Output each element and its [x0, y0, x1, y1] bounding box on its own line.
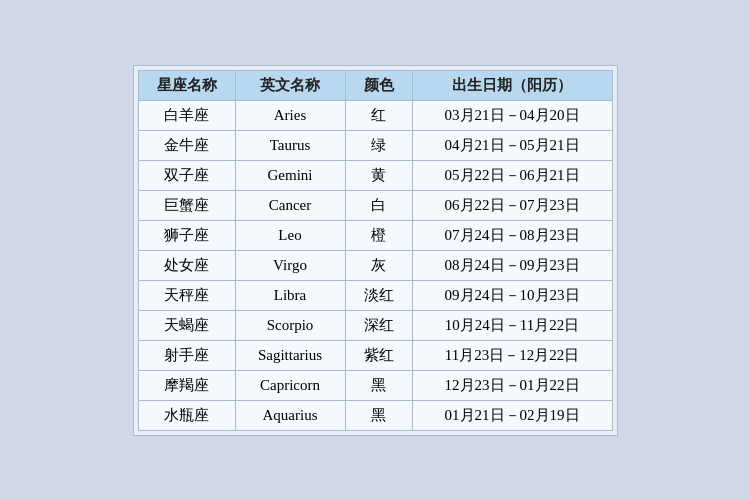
table-row: 摩羯座Capricorn黑12月23日－01月22日 — [138, 370, 612, 400]
cell-chinese: 金牛座 — [138, 130, 235, 160]
zodiac-table-container: 星座名称 英文名称 颜色 出生日期（阳历） 白羊座Aries红03月21日－04… — [133, 65, 618, 436]
cell-color: 黑 — [345, 400, 412, 430]
table-row: 双子座Gemini黄05月22日－06月21日 — [138, 160, 612, 190]
cell-date: 07月24日－08月23日 — [412, 220, 612, 250]
header-chinese: 星座名称 — [138, 70, 235, 100]
cell-date: 08月24日－09月23日 — [412, 250, 612, 280]
table-row: 狮子座Leo橙07月24日－08月23日 — [138, 220, 612, 250]
header-english: 英文名称 — [235, 70, 345, 100]
cell-date: 05月22日－06月21日 — [412, 160, 612, 190]
cell-chinese: 射手座 — [138, 340, 235, 370]
cell-date: 03月21日－04月20日 — [412, 100, 612, 130]
cell-color: 淡红 — [345, 280, 412, 310]
table-row: 白羊座Aries红03月21日－04月20日 — [138, 100, 612, 130]
cell-color: 白 — [345, 190, 412, 220]
cell-color: 红 — [345, 100, 412, 130]
cell-english: Leo — [235, 220, 345, 250]
cell-color: 深红 — [345, 310, 412, 340]
cell-color: 灰 — [345, 250, 412, 280]
table-row: 巨蟹座Cancer白06月22日－07月23日 — [138, 190, 612, 220]
cell-english: Gemini — [235, 160, 345, 190]
table-row: 天秤座Libra淡红09月24日－10月23日 — [138, 280, 612, 310]
cell-english: Aries — [235, 100, 345, 130]
cell-english: Capricorn — [235, 370, 345, 400]
cell-date: 10月24日－11月22日 — [412, 310, 612, 340]
cell-color: 黑 — [345, 370, 412, 400]
cell-date: 04月21日－05月21日 — [412, 130, 612, 160]
header-color: 颜色 — [345, 70, 412, 100]
cell-english: Aquarius — [235, 400, 345, 430]
cell-chinese: 水瓶座 — [138, 400, 235, 430]
header-date: 出生日期（阳历） — [412, 70, 612, 100]
cell-chinese: 摩羯座 — [138, 370, 235, 400]
cell-chinese: 双子座 — [138, 160, 235, 190]
cell-date: 01月21日－02月19日 — [412, 400, 612, 430]
table-row: 处女座Virgo灰08月24日－09月23日 — [138, 250, 612, 280]
table-row: 射手座Sagittarius紫红11月23日－12月22日 — [138, 340, 612, 370]
cell-color: 黄 — [345, 160, 412, 190]
table-row: 天蝎座Scorpio深红10月24日－11月22日 — [138, 310, 612, 340]
table-body: 白羊座Aries红03月21日－04月20日金牛座Taurus绿04月21日－0… — [138, 100, 612, 430]
cell-english: Scorpio — [235, 310, 345, 340]
zodiac-table: 星座名称 英文名称 颜色 出生日期（阳历） 白羊座Aries红03月21日－04… — [138, 70, 613, 431]
cell-chinese: 处女座 — [138, 250, 235, 280]
cell-date: 06月22日－07月23日 — [412, 190, 612, 220]
cell-color: 橙 — [345, 220, 412, 250]
table-header-row: 星座名称 英文名称 颜色 出生日期（阳历） — [138, 70, 612, 100]
cell-chinese: 狮子座 — [138, 220, 235, 250]
cell-english: Sagittarius — [235, 340, 345, 370]
cell-chinese: 天蝎座 — [138, 310, 235, 340]
table-row: 金牛座Taurus绿04月21日－05月21日 — [138, 130, 612, 160]
cell-chinese: 天秤座 — [138, 280, 235, 310]
cell-english: Libra — [235, 280, 345, 310]
cell-date: 09月24日－10月23日 — [412, 280, 612, 310]
cell-english: Virgo — [235, 250, 345, 280]
cell-english: Taurus — [235, 130, 345, 160]
cell-english: Cancer — [235, 190, 345, 220]
cell-color: 绿 — [345, 130, 412, 160]
cell-color: 紫红 — [345, 340, 412, 370]
cell-date: 11月23日－12月22日 — [412, 340, 612, 370]
cell-chinese: 白羊座 — [138, 100, 235, 130]
cell-chinese: 巨蟹座 — [138, 190, 235, 220]
cell-date: 12月23日－01月22日 — [412, 370, 612, 400]
table-row: 水瓶座Aquarius黑01月21日－02月19日 — [138, 400, 612, 430]
